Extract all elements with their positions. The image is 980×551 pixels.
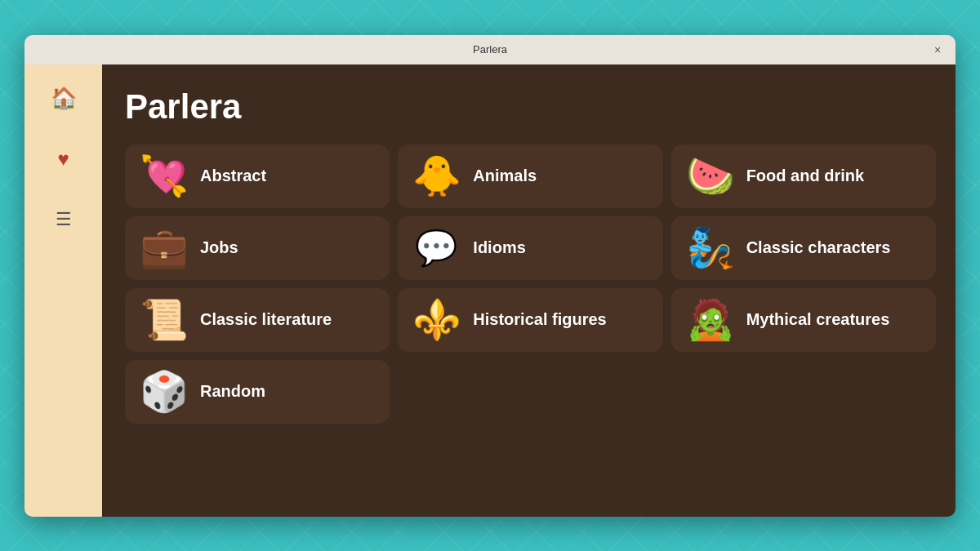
category-card-animals[interactable]: 🐥 Animals: [398, 144, 662, 208]
main-content: 🏠 ♥ ☰ Parlera 💘 Abstract 🐥 Animals 🍉 Foo: [24, 64, 956, 517]
random-label: Random: [200, 382, 265, 401]
category-card-classic-literature[interactable]: 📜 Classic literature: [125, 288, 390, 352]
category-card-idioms[interactable]: 💬 Idioms: [398, 216, 662, 280]
classic-characters-icon: 🧞: [686, 229, 733, 268]
idioms-label: Idioms: [473, 238, 525, 257]
abstract-icon: 💘: [140, 157, 187, 196]
sidebar-item-favorites[interactable]: ♥: [46, 141, 82, 177]
page-title: Parlera: [125, 87, 936, 127]
animals-icon: 🐥: [412, 157, 460, 196]
food-and-drink-icon: 🍉: [686, 157, 733, 196]
sidebar-item-menu[interactable]: ☰: [46, 202, 82, 238]
mythical-creatures-icon: 🧟: [686, 300, 733, 340]
category-card-classic-characters[interactable]: 🧞 Classic characters: [671, 216, 936, 280]
window-title: Parlera: [473, 43, 507, 56]
food-and-drink-label: Food and drink: [746, 167, 864, 185]
titlebar: Parlera ×: [24, 35, 956, 64]
category-card-abstract[interactable]: 💘 Abstract: [125, 144, 390, 208]
categories-grid: 💘 Abstract 🐥 Animals 🍉 Food and drink 💼 …: [125, 144, 936, 424]
close-button[interactable]: ×: [929, 42, 946, 58]
category-card-historical-figures[interactable]: ⚜️ Historical figures: [398, 288, 662, 352]
sidebar: 🏠 ♥ ☰: [24, 64, 102, 517]
category-card-random[interactable]: 🎲 Random: [125, 360, 390, 424]
historical-figures-icon: ⚜️: [412, 300, 460, 340]
category-card-mythical-creatures[interactable]: 🧟 Mythical creatures: [671, 288, 936, 352]
animals-label: Animals: [473, 167, 537, 185]
abstract-label: Abstract: [200, 167, 266, 185]
mythical-creatures-label: Mythical creatures: [746, 310, 890, 329]
jobs-icon: 💼: [140, 229, 187, 268]
category-card-food-and-drink[interactable]: 🍉 Food and drink: [671, 144, 936, 208]
sidebar-item-home[interactable]: 🏠: [46, 81, 82, 117]
content-area: Parlera 💘 Abstract 🐥 Animals 🍉 Food and …: [102, 64, 956, 517]
app-window: Parlera × 🏠 ♥ ☰ Parlera 💘 Abstract 🐥 Ani…: [24, 35, 956, 517]
classic-literature-icon: 📜: [140, 300, 187, 340]
historical-figures-label: Historical figures: [473, 310, 606, 329]
classic-literature-label: Classic literature: [200, 310, 332, 329]
random-icon: 🎲: [140, 372, 187, 411]
classic-characters-label: Classic characters: [746, 238, 891, 257]
category-card-jobs[interactable]: 💼 Jobs: [125, 216, 390, 280]
jobs-label: Jobs: [200, 238, 238, 257]
idioms-icon: 💬: [412, 231, 460, 265]
